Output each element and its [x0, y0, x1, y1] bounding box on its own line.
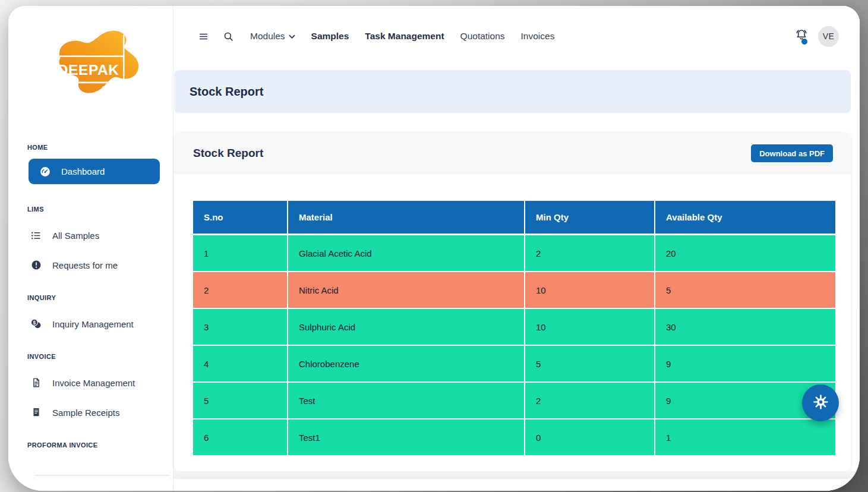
nav-item-invoices[interactable]: Invoices	[521, 31, 555, 42]
column-header: Min Qty	[525, 201, 654, 234]
sidebar-section-label: INVOICE	[27, 353, 162, 361]
sidebar-item-label: Requests for me	[52, 260, 118, 270]
card-header: Stock Report Download as PDF	[174, 133, 851, 174]
table-row: 6Test101	[193, 420, 832, 455]
column-header: Material	[288, 201, 524, 234]
table-cell-sno: 1	[193, 235, 287, 271]
table-cell-material: Nitric Acid	[288, 272, 524, 308]
main-area: ModulesSamplesTask ManagementQuotationsI…	[173, 6, 860, 491]
topnav-right: VE	[795, 26, 839, 47]
table-cell-min_qty: 10	[525, 272, 654, 308]
table-cell-min_qty: 2	[525, 383, 654, 418]
nav-item-label: Invoices	[521, 31, 555, 42]
nav-item-modules[interactable]: Modules	[250, 31, 295, 42]
table-cell-min_qty: 0	[525, 420, 654, 455]
table-row: 5Test29	[193, 383, 832, 418]
table-body: 1Glacial Acetic Acid2202Nitric Acid1053S…	[193, 235, 832, 455]
table-cell-min_qty: 2	[525, 235, 654, 271]
brand-tagline: CYBIT	[102, 85, 124, 91]
column-header: Available Qty	[655, 201, 835, 234]
sidebar-item-inquiry-management[interactable]: $Inquiry Management	[20, 316, 162, 332]
stock-table: S.noMaterialMin QtyAvailable Qty 1Glacia…	[193, 201, 832, 456]
sidebar-item-label: Invoice Management	[52, 378, 135, 388]
table-cell-available_qty: 5	[655, 272, 835, 308]
hamburger-menu-icon[interactable]	[198, 31, 209, 42]
sidebar-item-label: All Samples	[52, 231, 99, 241]
table-cell-sno: 2	[193, 272, 287, 308]
table-header-row: S.noMaterialMin QtyAvailable Qty	[193, 201, 832, 234]
table-cell-sno: 6	[193, 420, 287, 455]
sidebar-section: LIMSAll SamplesRequests for me	[20, 206, 162, 273]
nav-item-label: Task Management	[365, 31, 444, 42]
settings-fab-button[interactable]	[802, 384, 839, 421]
stock-report-card: Stock Report Download as PDF S.noMateria…	[174, 133, 851, 471]
card-title: Stock Report	[193, 147, 263, 160]
table-cell-available_qty: 20	[655, 235, 835, 271]
sidebar: DEEPAK CYBIT HOMEDashboardLIMSAll Sample…	[8, 6, 173, 491]
sidebar-section-label: PROFORMA INVOICE	[27, 441, 162, 449]
sidebar-section-label: INQUIRY	[27, 294, 162, 302]
alert-circle-icon	[30, 260, 42, 270]
section-gap	[173, 471, 860, 479]
table-cell-material: Test	[288, 383, 524, 418]
notification-badge	[801, 39, 807, 45]
sidebar-item-all-samples[interactable]: All Samples	[20, 228, 162, 243]
table-cell-material: Sulphuric Acid	[288, 309, 524, 345]
page-title: Stock Report	[190, 85, 263, 99]
sidebar-item-label: Inquiry Management	[52, 319, 134, 329]
table-cell-min_qty: 10	[525, 309, 654, 345]
nav-item-label: Quotations	[460, 31, 505, 42]
next-card-edge	[174, 479, 851, 491]
nav-item-samples[interactable]: Samples	[311, 31, 349, 42]
brand-name: DEEPAK	[58, 62, 119, 78]
coins-icon: $	[30, 317, 42, 330]
nav-menu: ModulesSamplesTask ManagementQuotationsI…	[250, 31, 554, 42]
svg-text:$: $	[33, 320, 36, 326]
sidebar-nav: HOMEDashboardLIMSAll SamplesRequests for…	[20, 144, 162, 449]
chevron-down-icon	[289, 31, 295, 42]
search-icon[interactable]	[223, 31, 234, 42]
gear-icon	[813, 394, 829, 412]
page-title-banner: Stock Report	[174, 70, 851, 113]
dashboard-icon	[39, 166, 51, 178]
table-cell-sno: 5	[193, 383, 287, 418]
table-cell-available_qty: 9	[655, 346, 835, 381]
sidebar-item-sample-receipts[interactable]: Sample Receipts	[20, 405, 162, 420]
sidebar-section: INVOICEInvoice ManagementSample Receipts	[20, 353, 162, 420]
list-icon	[30, 230, 42, 241]
table-row: 2Nitric Acid105	[193, 272, 832, 308]
app-window: DEEPAK CYBIT HOMEDashboardLIMSAll Sample…	[8, 6, 860, 491]
sidebar-section: INQUIRY$Inquiry Management	[20, 294, 162, 332]
deepak-cybit-logo-icon: DEEPAK CYBIT	[48, 26, 141, 99]
nav-item-label: Samples	[311, 31, 349, 42]
table-row: 1Glacial Acetic Acid220	[193, 235, 832, 271]
sidebar-section-label: LIMS	[27, 206, 162, 213]
table-cell-sno: 4	[193, 346, 287, 381]
nav-item-label: Modules	[250, 31, 285, 42]
table-cell-available_qty: 1	[655, 420, 835, 455]
user-avatar[interactable]: VE	[818, 26, 839, 47]
table-cell-min_qty: 5	[525, 346, 654, 381]
sidebar-item-invoice-management[interactable]: Invoice Management	[20, 375, 162, 390]
nav-item-quotations[interactable]: Quotations	[460, 31, 505, 42]
notification-bell-icon[interactable]	[795, 29, 808, 44]
top-navbar: ModulesSamplesTask ManagementQuotationsI…	[173, 24, 860, 49]
table-cell-available_qty: 30	[655, 309, 835, 345]
sidebar-section-label: HOME	[27, 144, 162, 152]
brand-logo[interactable]: DEEPAK CYBIT	[48, 26, 141, 99]
sidebar-item-requests-for-me[interactable]: Requests for me	[20, 257, 162, 273]
sidebar-section: PROFORMA INVOICE	[20, 441, 162, 449]
table-cell-sno: 3	[193, 309, 287, 345]
column-header: S.no	[193, 201, 287, 234]
table-cell-material: Test1	[288, 420, 524, 455]
table-row: 4Chlorobenzene59	[193, 346, 832, 381]
table-cell-material: Glacial Acetic Acid	[288, 235, 524, 271]
sidebar-item-dashboard[interactable]: Dashboard	[29, 159, 160, 184]
table-row: 3Sulphuric Acid1030	[193, 309, 832, 345]
table-cell-material: Chlorobenzene	[288, 346, 524, 381]
invoice-file-icon	[30, 377, 42, 388]
receipt-icon	[30, 407, 42, 418]
sidebar-divider	[34, 475, 170, 476]
download-pdf-button[interactable]: Download as PDF	[751, 144, 833, 162]
nav-item-task-management[interactable]: Task Management	[365, 31, 444, 42]
